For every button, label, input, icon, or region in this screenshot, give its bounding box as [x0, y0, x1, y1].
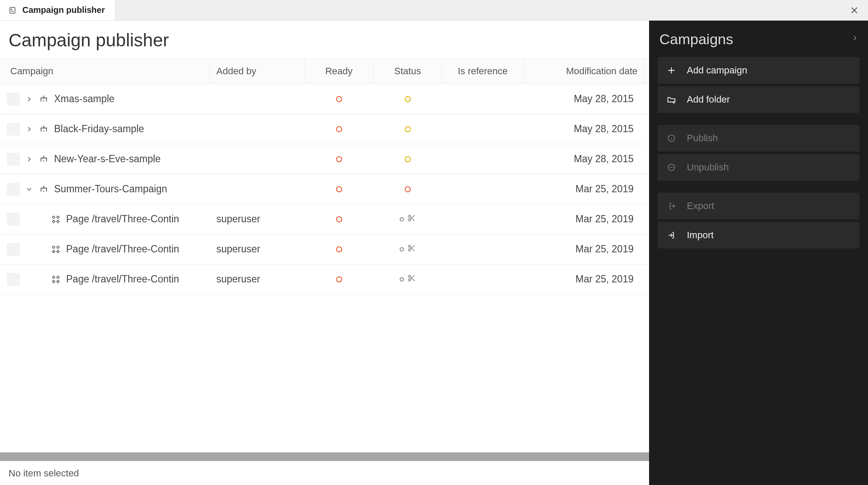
added-by-cell	[210, 93, 305, 105]
ready-indicator-icon	[336, 216, 342, 222]
row-checkbox[interactable]	[7, 153, 20, 166]
side-panel-header: Campaigns	[658, 31, 859, 48]
chevron-right-icon[interactable]	[25, 95, 33, 103]
row-checkbox[interactable]	[7, 93, 20, 106]
campaign-cell: Page /travel/Three-Contin	[0, 237, 210, 262]
import-button[interactable]: Import	[658, 222, 859, 249]
page-name: Page /travel/Three-Contin	[66, 213, 179, 225]
added-by-cell: superuser	[210, 207, 305, 231]
main-content: Campaign publisher Campaign Added by Rea…	[0, 21, 868, 485]
status-indicator-icon	[400, 247, 404, 252]
folder-add-icon	[666, 94, 677, 105]
campaign-name: Black-Friday-sample	[54, 123, 144, 135]
minus-circle-icon	[666, 162, 677, 173]
is-reference-cell	[442, 243, 524, 255]
import-icon	[666, 230, 677, 240]
modification-date-cell: May 28, 2015	[524, 147, 644, 171]
campaign-name: Summer-Tours-Campaign	[54, 183, 167, 195]
svg-point-5	[409, 219, 411, 221]
ready-cell	[305, 90, 373, 108]
status-cell	[373, 150, 442, 168]
unpublish-button[interactable]: Unpublish	[658, 154, 859, 181]
side-panel: Campaigns Add campaign Add folder Publis…	[649, 21, 868, 485]
campaign-tree-icon	[39, 154, 49, 164]
is-reference-cell	[442, 123, 524, 135]
tab-strip: Campaign publisher	[0, 0, 868, 21]
scissors-icon	[407, 273, 416, 285]
tab-title: Campaign publisher	[22, 5, 105, 15]
active-tab[interactable]: Campaign publisher	[0, 0, 115, 20]
import-label: Import	[687, 230, 713, 241]
status-indicator-icon	[405, 186, 411, 192]
row-checkbox[interactable]	[7, 213, 20, 226]
svg-point-4	[409, 215, 411, 217]
status-cell	[373, 90, 442, 108]
added-by-cell: superuser	[210, 267, 305, 291]
svg-point-12	[409, 275, 411, 277]
row-checkbox[interactable]	[7, 243, 20, 256]
campaign-cell: Page /travel/Three-Contin	[0, 267, 210, 292]
svg-point-1	[11, 9, 12, 9]
col-status[interactable]: Status	[373, 59, 442, 84]
export-button[interactable]: Export	[658, 193, 859, 219]
svg-point-13	[409, 279, 411, 281]
status-indicator-icon	[405, 156, 411, 162]
export-label: Export	[687, 200, 714, 212]
add-folder-label: Add folder	[687, 94, 730, 105]
col-is-reference[interactable]: Is reference	[442, 59, 524, 84]
status-cell	[373, 237, 442, 261]
ready-cell	[305, 210, 373, 228]
campaign-publisher-icon	[8, 6, 17, 15]
campaign-cell: New-Year-s-Eve-sample	[0, 147, 210, 172]
campaign-name: New-Year-s-Eve-sample	[54, 153, 161, 165]
modification-date-cell: May 28, 2015	[524, 117, 644, 141]
chevron-right-icon[interactable]	[25, 125, 33, 133]
page-name: Page /travel/Three-Contin	[66, 243, 179, 255]
add-folder-button[interactable]: Add folder	[658, 86, 859, 113]
ready-indicator-icon	[336, 246, 342, 252]
export-icon	[666, 201, 677, 211]
ready-indicator-icon	[336, 96, 342, 102]
row-checkbox[interactable]	[7, 183, 20, 196]
svg-point-3	[57, 216, 59, 218]
col-campaign[interactable]: Campaign	[0, 59, 210, 84]
ready-indicator-icon	[336, 276, 342, 282]
ready-indicator-icon	[336, 156, 342, 162]
chevron-right-icon[interactable]	[25, 155, 33, 164]
add-campaign-button[interactable]: Add campaign	[658, 57, 859, 84]
publish-button[interactable]: Publish	[658, 125, 859, 152]
col-modification-date[interactable]: Modification date	[524, 59, 644, 84]
is-reference-cell	[442, 213, 524, 225]
modification-date-cell: Mar 25, 2019	[524, 177, 644, 201]
modification-date-cell: Mar 25, 2019	[524, 267, 644, 291]
status-text: No item selected	[9, 468, 79, 479]
campaign-cell: Black-Friday-sample	[0, 117, 210, 142]
scissors-icon	[407, 213, 416, 225]
svg-point-6	[53, 246, 55, 248]
chevron-down-icon[interactable]	[25, 185, 33, 194]
ready-cell	[305, 240, 373, 258]
svg-point-2	[53, 216, 55, 218]
svg-rect-0	[10, 7, 15, 13]
ready-indicator-icon	[336, 126, 342, 132]
side-panel-title: Campaigns	[659, 31, 733, 48]
status-cell	[373, 267, 442, 291]
ready-cell	[305, 180, 373, 198]
campaign-cell: Summer-Tours-Campaign	[0, 177, 210, 202]
added-by-cell	[210, 123, 305, 135]
chevron-right-icon[interactable]	[852, 33, 858, 45]
ready-cell	[305, 120, 373, 138]
status-indicator-icon	[405, 126, 411, 132]
svg-point-8	[409, 245, 411, 247]
row-checkbox[interactable]	[7, 273, 20, 286]
page-icon	[51, 214, 61, 224]
row-checkbox[interactable]	[7, 123, 20, 136]
campaign-tree-icon	[39, 184, 49, 194]
col-ready[interactable]: Ready	[305, 59, 373, 84]
status-indicator-icon	[400, 217, 404, 221]
modification-date-cell: May 28, 2015	[524, 87, 644, 111]
close-button[interactable]	[844, 0, 865, 20]
status-cell	[373, 207, 442, 231]
col-added-by[interactable]: Added by	[210, 59, 305, 84]
added-by-cell	[210, 153, 305, 165]
